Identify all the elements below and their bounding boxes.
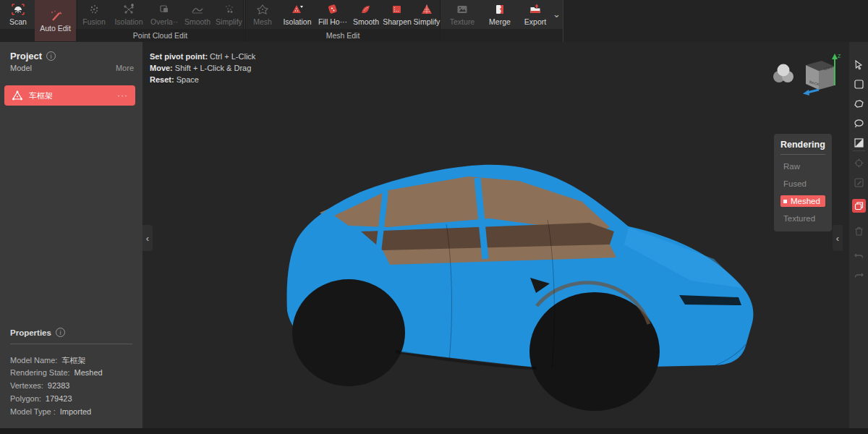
- rendering-panel: Rendering Raw Fused Meshed Textured: [774, 134, 832, 231]
- model-more-link[interactable]: More: [116, 64, 134, 72]
- mesh-simplify-icon: [420, 3, 434, 16]
- view-cube[interactable]: BACK LEFT Z: [797, 52, 843, 97]
- fill-holes-button[interactable]: Fill Ho···: [315, 0, 350, 29]
- mesh-icon: [255, 3, 270, 16]
- selection-tool-rail: [848, 42, 868, 428]
- export-label: Export: [524, 17, 546, 26]
- toolbar-empty-area: [563, 0, 868, 42]
- mesh-button[interactable]: Mesh: [246, 0, 279, 29]
- pc-simplify-button[interactable]: Simplify: [213, 0, 244, 29]
- rendering-option-textured[interactable]: Textured: [780, 213, 825, 224]
- merge-icon: [493, 3, 507, 16]
- texture-button[interactable]: Texture: [444, 0, 480, 29]
- properties-info-icon[interactable]: i: [56, 328, 65, 337]
- mesh-edit-group-label: Mesh Edit: [246, 29, 440, 41]
- expand-selection-button[interactable]: [852, 156, 866, 170]
- rail-separator: [853, 150, 865, 151]
- collapse-right-chevron-icon: ‹: [836, 233, 839, 244]
- pc-smooth-button[interactable]: Smooth: [182, 0, 213, 29]
- point-cloud-edit-group: Fusion Isolation Overla·· Smooth Simplif…: [77, 0, 244, 41]
- fusion-label: Fusion: [82, 17, 106, 26]
- fusion-button[interactable]: Fusion: [77, 0, 111, 29]
- auto-edit-button[interactable]: Auto Edit: [35, 0, 76, 41]
- mesh-isolation-button[interactable]: Isolation: [279, 0, 315, 29]
- car-mesh-model[interactable]: [142, 42, 848, 428]
- project-title: Projecti: [10, 51, 56, 61]
- delete-selection-button[interactable]: [852, 224, 866, 238]
- selected-bullet-icon: [783, 200, 787, 203]
- auto-edit-wand-icon: [48, 9, 63, 22]
- model-item-name: 车框架: [29, 90, 111, 101]
- scan-button[interactable]: Scan: [1, 0, 35, 29]
- fusion-icon: [87, 3, 101, 16]
- mesh-smooth-button[interactable]: Smooth: [350, 0, 382, 29]
- texture-icon: [455, 3, 469, 16]
- export-icon: [528, 3, 542, 16]
- mesh-edit-group: Mesh Isolation Fill Ho··· Smooth Sharpen: [245, 0, 441, 41]
- point-cloud-edit-group-label: Point Cloud Edit: [77, 29, 243, 41]
- properties-divider: [10, 344, 132, 344]
- mesh-smooth-icon: [359, 3, 373, 16]
- prop-rendering-state: Rendering State:Meshed: [10, 368, 103, 377]
- rail-collapse-handle[interactable]: ‹: [833, 225, 843, 251]
- mesh-label: Mesh: [253, 17, 272, 26]
- prop-model-name: Model Name:车框架: [10, 355, 85, 366]
- prop-vertexes: Vertexes:92383: [10, 381, 69, 390]
- scan-icon: [11, 3, 25, 16]
- sharpen-button[interactable]: Sharpen: [382, 0, 412, 29]
- model-list-item[interactable]: 车框架 ···: [4, 85, 135, 106]
- pc-isolation-icon: [122, 3, 136, 16]
- overlap-icon: [157, 3, 171, 16]
- top-toolbar: Scan Auto Edit Fusion Isolation: [0, 0, 563, 42]
- merge-button[interactable]: Merge: [482, 0, 518, 29]
- properties-title: Propertiesi: [10, 328, 65, 337]
- overlap-label: Overla··: [150, 17, 178, 26]
- collapse-left-chevron-icon: ‹: [146, 233, 149, 244]
- pc-smooth-label: Smooth: [184, 17, 210, 26]
- toolbar-expand-chevron-icon[interactable]: ⌄: [553, 9, 561, 20]
- pc-simplify-label: Simplify: [216, 17, 242, 26]
- model-item-menu-icon[interactable]: ···: [117, 90, 128, 101]
- pc-isolation-button[interactable]: Isolation: [111, 0, 147, 29]
- prop-model-type: Model Type :Imported: [10, 407, 91, 416]
- mesh-isolation-icon: [290, 3, 305, 16]
- pc-smooth-icon: [190, 3, 205, 16]
- pc-simplify-icon: [222, 3, 237, 16]
- merge-label: Merge: [489, 17, 511, 26]
- rendering-option-raw[interactable]: Raw: [780, 161, 825, 172]
- project-info-icon[interactable]: i: [46, 51, 56, 61]
- overlap-button[interactable]: Overla··: [147, 0, 182, 29]
- rectangle-select-button[interactable]: [852, 77, 866, 91]
- mesh-simplify-button[interactable]: Simplify: [412, 0, 441, 29]
- rendering-option-fused[interactable]: Fused: [780, 178, 825, 190]
- mesh-isolation-label: Isolation: [283, 17, 311, 26]
- redo-button[interactable]: [852, 268, 866, 281]
- properties-panel: Propertiesi Model Name:车框架 Rendering Sta…: [0, 328, 142, 344]
- mesh-model-icon: [12, 90, 23, 101]
- viewport-3d[interactable]: Set pivot point: Ctrl + L-Click Move: Sh…: [142, 42, 848, 428]
- mesh-smooth-label: Smooth: [353, 17, 379, 26]
- sharpen-label: Sharpen: [383, 17, 412, 26]
- sidebar-collapse-handle[interactable]: ‹: [142, 225, 153, 251]
- fill-holes-icon: [326, 3, 340, 16]
- invert-selection-button[interactable]: [852, 136, 866, 150]
- bottom-status-strip: [0, 428, 868, 434]
- mesh-simplify-label: Simplify: [414, 17, 441, 26]
- model-section-label: Model: [10, 64, 32, 72]
- polygon-select-button[interactable]: [852, 97, 866, 111]
- prop-polygon: Polygon:179423: [10, 394, 72, 403]
- pc-isolation-label: Isolation: [114, 17, 142, 26]
- rendering-option-meshed[interactable]: Meshed: [780, 195, 825, 207]
- auto-edit-label: Auto Edit: [40, 24, 71, 33]
- cursor-select-button[interactable]: [852, 58, 866, 72]
- lighting-indicator-icon[interactable]: [770, 62, 796, 85]
- lasso-select-button[interactable]: [852, 116, 866, 130]
- undo-button[interactable]: [852, 248, 866, 262]
- project-sidebar: Projecti Model More 车框架 ··· Propertiesi …: [0, 42, 142, 428]
- sharpen-icon: [390, 3, 404, 16]
- duplicate-selection-button[interactable]: [852, 199, 866, 213]
- view-cube-z-axis-label: Z: [838, 54, 841, 59]
- export-button[interactable]: Export: [518, 0, 553, 29]
- texture-label: Texture: [450, 17, 475, 26]
- edit-selection-button[interactable]: [852, 176, 866, 190]
